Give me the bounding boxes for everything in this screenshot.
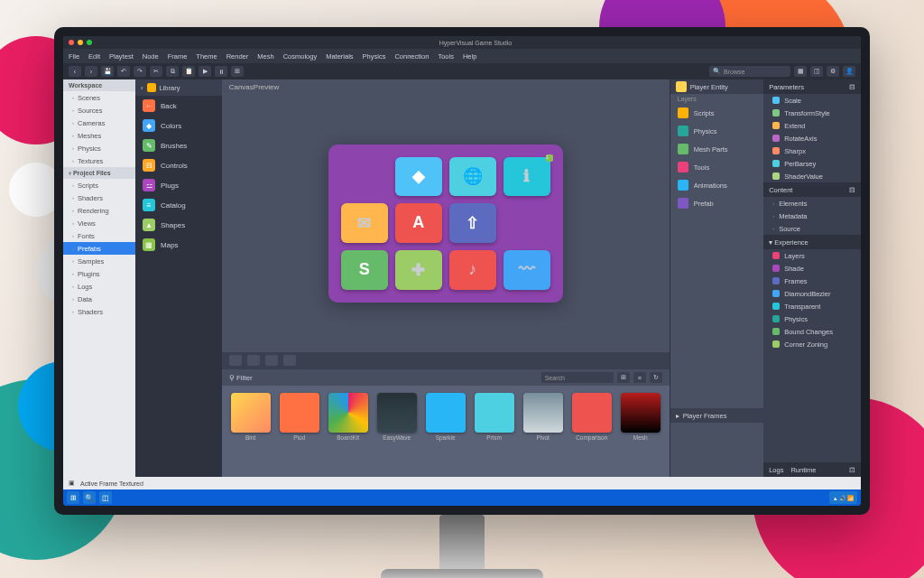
runtime-tab[interactable]: Runtime xyxy=(790,466,816,474)
collapse-icon[interactable]: ⊟ xyxy=(849,83,855,91)
property-item[interactable]: Scripts xyxy=(670,104,763,122)
diamond-icon[interactable]: ◆ xyxy=(395,157,442,197)
asset-item[interactable]: EasyWave xyxy=(375,393,419,470)
menu-playtest[interactable]: Playtest xyxy=(109,52,134,61)
experience-item[interactable]: Shade xyxy=(763,262,861,275)
grid-button[interactable]: ⊞ xyxy=(231,66,244,77)
explorer-item[interactable]: ›Shaders xyxy=(63,191,135,204)
back-button[interactable]: ‹ xyxy=(69,66,81,77)
system-tray[interactable]: ▲ 🔊 📶 xyxy=(829,491,857,504)
close-icon[interactable] xyxy=(69,40,74,45)
menu-edit[interactable]: Edit xyxy=(88,52,100,61)
property-item[interactable]: Tools xyxy=(670,158,763,176)
user-button[interactable]: 👤 xyxy=(843,66,855,77)
canvas-viewport[interactable]: ◆ 🌐 ℹ1 ✉ A ⇧ S ✚ ♪ 〰 xyxy=(222,94,670,352)
library-item[interactable]: ▦Maps xyxy=(135,235,222,255)
explorer-item[interactable]: ›Textures xyxy=(63,154,135,167)
library-item[interactable]: ▲Shapes xyxy=(135,215,222,235)
paste-button[interactable]: 📋 xyxy=(182,66,195,77)
grid-view-button[interactable]: ⊞ xyxy=(617,372,630,383)
explorer-item[interactable]: ›Views xyxy=(63,217,135,229)
forward-button[interactable]: › xyxy=(85,66,97,77)
explorer-item[interactable]: ›Plugins xyxy=(63,267,135,280)
parameter-item[interactable]: PerBarsey xyxy=(763,157,861,170)
parameter-item[interactable]: Extend xyxy=(763,119,861,132)
save-button[interactable]: 💾 xyxy=(101,66,114,77)
redo-button[interactable]: ↷ xyxy=(134,66,146,77)
menu-theme[interactable]: Theme xyxy=(196,52,217,61)
library-item[interactable]: ◆Colors xyxy=(135,116,222,135)
menu-tools[interactable]: Tools xyxy=(438,52,454,61)
undo-button[interactable]: ↶ xyxy=(117,66,130,77)
explorer-item[interactable]: ›Rendering xyxy=(63,204,135,217)
parameter-item[interactable]: RotateAxis xyxy=(763,132,861,144)
wave-icon[interactable]: 〰 xyxy=(504,250,550,290)
explorer-item-active[interactable]: ›Prefabs xyxy=(63,242,135,255)
music-icon[interactable]: ♪ xyxy=(449,250,496,290)
asset-item[interactable]: Pivot xyxy=(522,393,565,470)
library-item[interactable]: ≡Catalog xyxy=(135,195,222,215)
asset-item[interactable]: Sparkle xyxy=(424,393,467,470)
library-item[interactable]: ⊟Controls xyxy=(135,155,222,175)
list-view-button[interactable]: ≡ xyxy=(633,372,646,383)
explorer-item[interactable]: ›Cameras xyxy=(63,117,135,129)
settings-button[interactable]: ⚙ xyxy=(827,66,839,77)
cut-button[interactable]: ✂ xyxy=(150,66,162,77)
property-item[interactable]: Physics xyxy=(670,122,763,140)
asset-item[interactable]: Comparison xyxy=(570,393,614,470)
menu-frame[interactable]: Frame xyxy=(168,52,188,61)
menu-mesh[interactable]: Mesh xyxy=(257,52,273,61)
hand-tool[interactable] xyxy=(247,355,260,366)
mail-icon[interactable]: ✉ xyxy=(341,203,388,243)
pause-button[interactable]: ⏸ xyxy=(215,66,227,77)
panel-button[interactable]: ◫ xyxy=(810,66,823,77)
experience-item[interactable]: Transparent xyxy=(763,300,861,312)
menu-node[interactable]: Node xyxy=(143,52,159,61)
property-item[interactable]: Mesh Parts xyxy=(670,140,763,158)
content-item[interactable]: ›Elements xyxy=(763,197,861,210)
experience-item[interactable]: Layers xyxy=(763,249,861,262)
logs-tab[interactable]: Logs xyxy=(769,466,783,474)
square-s-icon[interactable]: S xyxy=(341,250,388,290)
menu-connection[interactable]: Connection xyxy=(394,52,429,61)
experience-item[interactable]: Bound Changes xyxy=(763,325,861,338)
letter-a-icon[interactable]: A xyxy=(395,203,442,243)
layout-button[interactable]: ▦ xyxy=(794,66,807,77)
start-button[interactable]: ⊞ xyxy=(67,491,79,504)
parameter-item[interactable]: Sharpx xyxy=(763,144,861,157)
explorer-item[interactable]: ›Samples xyxy=(63,255,135,267)
library-tab[interactable]: ‹ Library xyxy=(135,79,222,96)
explorer-item[interactable]: ›Logs xyxy=(63,280,135,293)
maximize-icon[interactable] xyxy=(87,40,92,45)
experience-item[interactable]: Frames xyxy=(763,275,861,287)
menu-cosmology[interactable]: Cosmology xyxy=(283,52,318,61)
asset-item[interactable]: Piod xyxy=(278,393,321,470)
zoom-tool[interactable] xyxy=(265,355,278,366)
content-item[interactable]: ›Metadata xyxy=(763,210,861,222)
menu-help[interactable]: Help xyxy=(463,52,476,61)
explorer-item[interactable]: ›Scripts xyxy=(63,179,135,191)
library-item[interactable]: ⚍Plugs xyxy=(135,175,222,195)
experience-item[interactable]: Physics xyxy=(763,312,861,325)
explorer-item[interactable]: ›Data xyxy=(63,293,135,305)
asset-item[interactable]: Bird xyxy=(229,393,273,470)
taskview-button[interactable]: ◫ xyxy=(99,491,112,504)
globe-icon[interactable]: 🌐 xyxy=(449,157,496,197)
search-taskbar-button[interactable]: 🔍 xyxy=(83,491,96,504)
property-item[interactable]: Animations xyxy=(670,176,763,194)
asset-item[interactable]: Prism xyxy=(473,393,516,470)
experience-item[interactable]: Corner Zoning xyxy=(763,338,861,350)
copy-button[interactable]: ⧉ xyxy=(166,66,179,77)
library-item[interactable]: ✎Brushes xyxy=(135,135,222,155)
badge-icon[interactable]: ℹ1 xyxy=(504,157,550,197)
expand-icon[interactable]: ⊡ xyxy=(849,466,855,474)
arrow-icon[interactable]: ⇧ xyxy=(449,203,496,243)
canvas-artboard[interactable]: ◆ 🌐 ℹ1 ✉ A ⇧ S ✚ ♪ 〰 xyxy=(328,144,563,303)
library-item[interactable]: ←Back xyxy=(135,96,222,116)
content-item[interactable]: ›Source xyxy=(763,222,861,235)
explorer-item[interactable]: ›Fonts xyxy=(63,229,135,242)
pointer-tool[interactable] xyxy=(229,355,242,366)
menu-file[interactable]: File xyxy=(69,52,79,61)
property-item[interactable]: Prefab xyxy=(670,194,763,212)
explorer-item[interactable]: ›Shaders xyxy=(63,305,135,318)
